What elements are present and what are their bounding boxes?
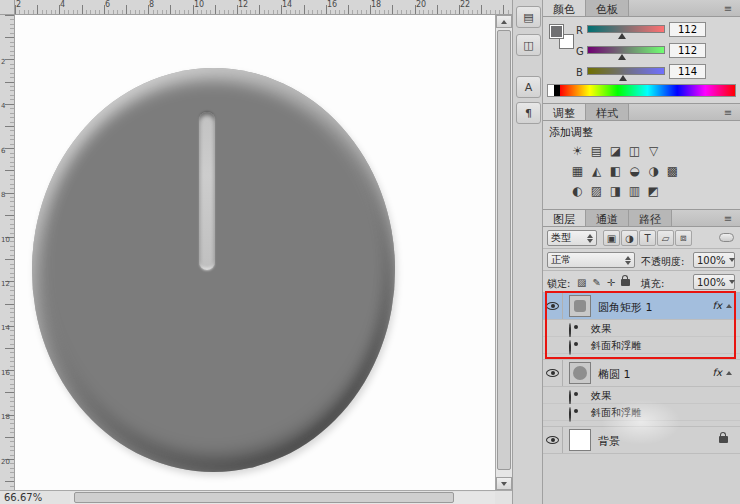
layer-name[interactable]: 椭圆 1 [598,367,631,382]
curves-icon[interactable]: ◪ [607,142,624,159]
eye-icon[interactable] [546,302,559,310]
foreground-background-swatches[interactable] [547,22,577,52]
hue-saturation-icon[interactable]: ▦ [569,162,586,179]
tab-adjustments[interactable]: 调整 [543,104,586,120]
layers-panel: 图层 通道 路径 ≡ 类型 ▣ ◑ T ▱ ⧈ 正常 [543,210,740,504]
visibility-cell[interactable] [543,293,563,319]
brightness-contrast-icon[interactable]: ☀ [569,142,586,159]
rainbow-ramp[interactable] [560,85,735,96]
tab-colors[interactable]: 颜色 [543,0,586,16]
document-canvas[interactable] [15,15,495,490]
eye-icon[interactable] [569,390,571,405]
dock-panel-icon-1[interactable]: ▤ [516,6,541,28]
color-lookup-icon[interactable]: ▩ [664,162,681,179]
red-slider[interactable] [587,25,665,33]
eye-icon[interactable] [546,436,559,444]
panel-glyph: ▤ [523,11,533,24]
tab-paths[interactable]: 路径 [629,210,672,226]
bevel-emboss-row[interactable]: 斜面和浮雕 [543,337,740,354]
scrollbar-thumb[interactable] [497,30,511,470]
eye-icon[interactable] [569,407,571,422]
exposure-icon[interactable]: ◫ [626,142,643,159]
effects-row[interactable]: 效果 [543,320,740,337]
paragraph-panel-icon[interactable]: ¶ [516,102,541,124]
scrollbar-thumb[interactable] [74,492,454,503]
layer-name[interactable]: 圆角矩形 1 [598,300,653,315]
scroll-up-icon[interactable] [496,15,512,28]
color-balance-icon[interactable]: ◭ [588,162,605,179]
filter-adjustment-layers-icon[interactable]: ◑ [621,230,638,246]
levels-icon[interactable]: ▤ [588,142,605,159]
ruler-origin-corner[interactable] [0,0,15,15]
eye-icon[interactable] [546,369,559,377]
slider-thumb[interactable] [619,75,627,81]
filter-kind-dropdown[interactable]: 类型 [547,230,597,246]
blue-value-input[interactable] [669,64,706,79]
lock-all-icon[interactable] [621,279,630,286]
lock-position-icon[interactable]: ✛ [607,277,615,288]
effects-label: 效果 [591,322,611,336]
panel-menu-icon[interactable]: ≡ [720,213,736,224]
adjustment-icons-row-1: ☀ ▤ ◪ ◫ ▽ [569,142,662,159]
layer-name[interactable]: 背景 [598,434,620,449]
channel-mixer-icon[interactable]: ◑ [645,162,662,179]
filter-smart-objects-icon[interactable]: ⧈ [675,230,692,246]
visibility-cell[interactable] [543,360,563,386]
red-value-input[interactable] [669,22,706,37]
black-white-icon[interactable]: ◧ [607,162,624,179]
horizontal-ruler[interactable]: 2 4 6 8 10 12 14 16 18 20 22 [15,0,512,15]
bevel-emboss-row[interactable]: 斜面和浮雕 [543,404,740,421]
fx-badge[interactable]: fx [713,367,722,378]
layer-row-rounded-rectangle-1[interactable]: 圆角矩形 1 fx [543,293,740,320]
posterize-icon[interactable]: ▨ [588,182,605,199]
tab-styles[interactable]: 样式 [586,104,629,120]
layer-thumbnail[interactable] [569,295,591,317]
filter-type-layers-icon[interactable]: T [639,230,656,246]
tab-channels[interactable]: 通道 [586,210,629,226]
vertical-ruler[interactable]: 2 4 6 8 10 12 14 16 18 20 [0,15,15,490]
filter-shape-layers-icon[interactable]: ▱ [657,230,674,246]
layer-thumbnail[interactable] [569,429,591,451]
photo-filter-icon[interactable]: ◒ [626,162,643,179]
opacity-dropdown[interactable]: 100% [693,252,735,268]
collapse-effects-icon[interactable] [726,304,732,308]
character-panel-icon[interactable]: A [516,76,541,98]
gradient-map-icon[interactable]: ▥ [626,182,643,199]
panel-menu-icon[interactable]: ≡ [720,3,736,14]
threshold-icon[interactable]: ◨ [607,182,624,199]
layer-filtering-toggle[interactable] [719,233,734,242]
scroll-down-icon[interactable] [496,477,512,490]
rounded-rect-thumb-icon [574,300,586,312]
dock-panel-icon-2[interactable]: ◫ [516,34,541,56]
eye-icon[interactable] [569,323,571,338]
layer-row-background[interactable]: 背景 [543,427,740,454]
lock-pixels-icon[interactable]: ✎ [592,277,600,288]
foreground-color-swatch[interactable] [549,24,564,39]
tab-swatches[interactable]: 色板 [586,0,629,16]
slider-thumb[interactable] [618,33,626,39]
filter-pixel-layers-icon[interactable]: ▣ [603,230,620,246]
eye-icon[interactable] [569,340,571,355]
green-value-input[interactable] [669,43,706,58]
layer-thumbnail[interactable] [569,362,591,384]
fx-badge[interactable]: fx [713,300,722,311]
vibrance-icon[interactable]: ▽ [645,142,662,159]
color-spectrum-ramp[interactable] [547,84,736,97]
invert-icon[interactable]: ◐ [569,182,586,199]
blend-mode-dropdown[interactable]: 正常 [547,252,635,268]
layer-row-ellipse-1[interactable]: 椭圆 1 fx [543,360,740,387]
visibility-cell[interactable] [543,427,563,453]
collapse-effects-icon[interactable] [726,371,732,375]
green-slider[interactable] [587,46,665,54]
vertical-scrollbar[interactable] [495,15,512,490]
panel-menu-icon[interactable]: ≡ [720,107,736,118]
tab-layers[interactable]: 图层 [543,210,586,226]
lock-transparency-icon[interactable]: ▨ [577,277,586,288]
horizontal-scrollbar[interactable] [70,492,495,504]
selective-color-icon[interactable]: ◩ [645,182,662,199]
effects-row[interactable]: 效果 [543,387,740,404]
slider-thumb[interactable] [618,54,626,60]
fill-dropdown[interactable]: 100% [693,274,735,290]
add-adjustment-label: 添加调整 [549,125,593,140]
blue-slider[interactable] [587,67,665,75]
